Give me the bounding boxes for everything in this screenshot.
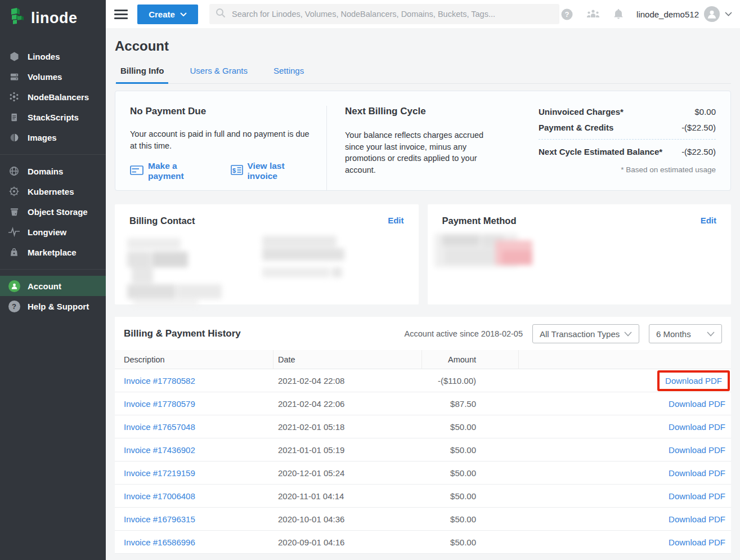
invoice-amount: $50.00 [422, 491, 476, 501]
sidebar-item-stackscripts[interactable]: StackScripts [0, 107, 106, 127]
sidebar-item-kubernetes[interactable]: Kubernetes [0, 181, 106, 201]
svg-text:$: $ [232, 167, 236, 174]
annotation-highlight-box: Download PDF [657, 370, 730, 391]
sidebar-item-images[interactable]: Images [0, 127, 106, 147]
account-icon [8, 280, 20, 292]
invoice-link[interactable]: Invoice #17006408 [124, 491, 195, 501]
invoice-date: 2021-02-01 05:18 [273, 422, 422, 432]
chevron-down-icon [624, 331, 632, 337]
download-pdf-link[interactable]: Download PDF [669, 445, 725, 455]
download-pdf-link[interactable]: Download PDF [665, 376, 722, 386]
create-button[interactable]: Create [137, 5, 198, 24]
invoice-link[interactable]: Invoice #17657048 [124, 422, 195, 432]
no-payment-section: No Payment Due Your account is paid in f… [130, 106, 327, 190]
invoice-date: 2021-02-04 22:08 [273, 376, 422, 386]
table-row: Invoice #17780579 2021-02-04 22:06 $87.5… [115, 392, 731, 415]
linode-logo-text: linode [31, 10, 78, 27]
download-pdf-link[interactable]: Download PDF [669, 399, 725, 409]
user-menu[interactable]: linode_demo512 [636, 6, 732, 22]
table-row: Invoice #16586996 2020-09-01 04:16 $50.0… [115, 531, 731, 554]
invoice-link[interactable]: Invoice #17780582 [124, 376, 195, 386]
sidebar-item-account[interactable]: Account [0, 276, 106, 296]
linode-logo[interactable]: linode [0, 0, 106, 36]
table-row: Invoice #17780582 2021-02-04 22:08 -($11… [115, 369, 731, 392]
download-pdf-link[interactable]: Download PDF [669, 491, 725, 501]
kubernetes-icon [8, 185, 20, 198]
invoice-amount: $50.00 [422, 422, 476, 432]
sidebar-nav: Linodes Volumes NodeBalancers StackScrip… [0, 36, 106, 316]
invoice-link[interactable]: Invoice #17219159 [124, 468, 195, 478]
date-range-select[interactable]: 6 Months [649, 324, 722, 343]
invoice-icon: $ [231, 165, 243, 177]
longview-icon [8, 226, 20, 238]
download-pdf-link[interactable]: Download PDF [669, 537, 725, 547]
sidebar-item-linodes[interactable]: Linodes [0, 46, 106, 66]
nodebalancers-icon [8, 91, 20, 103]
menu-toggle-icon[interactable] [114, 10, 128, 19]
edit-payment-method-link[interactable]: Edit [701, 216, 716, 225]
tab-settings[interactable]: Settings [269, 62, 308, 84]
redacted-billing-contact [115, 225, 419, 304]
table-row: Invoice #17657048 2021-02-01 05:18 $50.0… [115, 415, 731, 438]
sidebar-item-help-support[interactable]: ? Help & Support [0, 296, 106, 316]
download-pdf-link[interactable]: Download PDF [669, 514, 725, 524]
column-amount[interactable]: Amount [422, 350, 476, 369]
next-cycle-balance-label: Next Cycle Estimated Balance* [539, 147, 662, 156]
invoice-link[interactable]: Invoice #17436902 [124, 445, 195, 455]
no-payment-body: Your account is paid in full and no paym… [130, 128, 313, 151]
object-storage-icon [8, 205, 20, 218]
sidebar-item-volumes[interactable]: Volumes [0, 66, 106, 87]
column-date[interactable]: Date [273, 350, 422, 369]
invoice-date: 2020-11-01 04:14 [273, 491, 422, 501]
uninvoiced-charges-value: $0.00 [694, 107, 716, 117]
download-pdf-link[interactable]: Download PDF [669, 468, 725, 478]
page-content: Account Billing Info Users & Grants Sett… [106, 28, 740, 560]
edit-billing-contact-link[interactable]: Edit [388, 216, 403, 225]
sidebar-item-longview[interactable]: Longview [0, 222, 106, 242]
column-description[interactable]: Description [124, 350, 273, 369]
community-icon[interactable] [586, 8, 600, 20]
tab-billing-info[interactable]: Billing Info [116, 62, 168, 84]
invoice-link[interactable]: Invoice #17780579 [124, 399, 195, 409]
table-row: Invoice #17219159 2020-12-01 05:24 $50.0… [115, 462, 731, 485]
topbar-actions: ? linode_demo512 [560, 6, 732, 22]
billing-totals-section: Uninvoiced Charges* $0.00 Payment & Cred… [522, 106, 716, 190]
transaction-type-select[interactable]: All Transaction Types [532, 324, 639, 343]
search-input[interactable] [232, 10, 554, 19]
next-billing-cycle-section: Next Billing Cycle Your balance reflects… [327, 106, 522, 190]
table-row: Invoice #17006408 2020-11-01 04:14 $50.0… [115, 485, 731, 508]
sidebar-item-domains[interactable]: Domains [0, 161, 106, 181]
invoice-date: 2021-01-01 05:19 [273, 445, 422, 455]
notifications-bell-icon[interactable] [613, 8, 624, 20]
tab-bar: Billing Info Users & Grants Settings [115, 62, 731, 84]
billing-history-card: Billing & Payment History Account active… [115, 317, 731, 554]
stackscripts-icon [8, 111, 20, 123]
table-header: Description Date Amount [115, 350, 731, 369]
avatar [704, 6, 720, 22]
tab-users-grants[interactable]: Users & Grants [185, 62, 252, 84]
invoice-link[interactable]: Invoice #16796315 [124, 514, 195, 524]
next-billing-cycle-body: Your balance reflects charges accrued si… [345, 129, 504, 176]
make-payment-link[interactable]: Make a payment [130, 161, 209, 181]
sidebar-item-marketplace[interactable]: Marketplace [0, 242, 106, 262]
credit-card-icon [130, 165, 143, 177]
invoice-amount: $50.00 [422, 537, 476, 547]
view-last-invoice-link[interactable]: $ View last invoice [231, 161, 311, 181]
payment-credits-value: -($22.50) [681, 123, 716, 132]
help-icon: ? [8, 300, 20, 312]
sidebar-item-object-storage[interactable]: Object Storage [0, 201, 106, 222]
sidebar-item-nodebalancers[interactable]: NodeBalancers [0, 87, 106, 107]
search-box[interactable] [209, 4, 559, 24]
main-area: Create ? linode_demo512 [106, 0, 740, 560]
invoice-amount: $50.00 [422, 468, 476, 478]
billing-contact-card: Billing Contact Edit [115, 204, 419, 304]
redacted-payment-method [428, 225, 732, 304]
download-pdf-link[interactable]: Download PDF [669, 422, 725, 432]
search-icon [215, 7, 226, 21]
page-title: Account [115, 28, 731, 54]
chevron-down-icon [725, 12, 732, 16]
table-row: Invoice #16796315 2020-10-01 04:36 $50.0… [115, 508, 731, 531]
linodes-icon [8, 50, 20, 62]
help-icon[interactable]: ? [560, 8, 573, 21]
invoice-link[interactable]: Invoice #16586996 [124, 537, 195, 547]
